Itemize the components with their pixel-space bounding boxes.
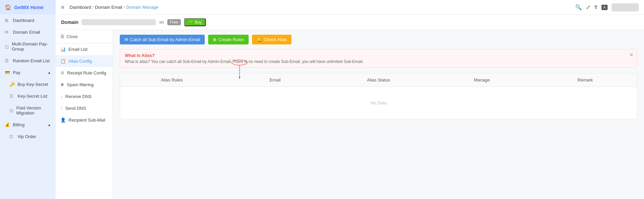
list-icon: ☰: [9, 94, 15, 99]
multi-domain-icon: ◫: [5, 44, 9, 49]
billing-icon: 💰: [5, 122, 10, 127]
sidebar-item-label: Random Email List: [13, 58, 50, 63]
receive-dns-icon: ↓: [60, 94, 63, 99]
sidebar-section-billing[interactable]: 💰 Billing ▲: [0, 119, 56, 131]
domain-value: [82, 19, 156, 25]
sidebar-section-label: Pay: [13, 70, 20, 75]
topbar-right: 🔍 ⤢ T A: [575, 3, 639, 11]
check-alias-icon: 🔔: [257, 37, 262, 42]
breadcrumb-sep1: /: [92, 5, 94, 10]
info-close-button[interactable]: ✕: [629, 52, 634, 58]
dashboard-icon: ⊞: [5, 18, 10, 23]
recipient-icon: 👤: [60, 118, 66, 123]
create-rules-icon: ⊕: [213, 37, 217, 42]
info-description: What is alias? You can catch all Sub-Ema…: [125, 59, 632, 64]
key-icon: 🔑: [9, 82, 15, 87]
menu-icon[interactable]: ≡: [61, 4, 64, 10]
sec-sidebar-item-label: Spam filtering: [67, 82, 93, 87]
sec-sidebar-receive-dns[interactable]: ↓ Receive DNS: [56, 91, 113, 102]
sidebar-item-multi-domain[interactable]: ◫ Multi-Domain Pay-Group: [0, 38, 56, 55]
sidebar-item-label: Vip Order: [18, 134, 36, 139]
domain-on: on: [159, 20, 164, 25]
sec-sidebar-alias-config[interactable]: 📋 Alias Config: [56, 55, 113, 67]
sec-sidebar-email-list[interactable]: 📊 Email List: [56, 43, 113, 55]
sidebar-item-label: Dashboard: [13, 18, 34, 23]
sidebar-item-buy-key[interactable]: 🔑 Buy Key-Secret: [0, 78, 56, 90]
sidebar-item-domain-email[interactable]: ✉ Domain Email: [0, 26, 56, 38]
breadcrumb-sep2: /: [124, 5, 125, 10]
catch-all-label: Catch all Sub-Email by Admin-Email: [130, 37, 200, 42]
breadcrumb-dashboard[interactable]: Dashboard: [69, 5, 91, 10]
sidebar-item-label: Paid Version Migration: [17, 105, 51, 115]
table-header: Alias Rules Email Alias Status Manage Re…: [120, 73, 637, 87]
sidebar-item-label: Key-Secret List: [18, 94, 47, 99]
home-icon: 🏠: [5, 4, 11, 10]
sidebar-item-key-list[interactable]: ☰ Key-Secret List: [0, 90, 56, 102]
action-buttons: ✉ Catch all Sub-Email by Admin-Email ⊕ C…: [120, 35, 637, 44]
check-alias-button[interactable]: 🔔 Check Alias: [252, 35, 291, 44]
sidebar-section-pay[interactable]: 💳 Pay ▲: [0, 67, 56, 78]
sec-sidebar-item-label: Send DNS: [65, 106, 86, 111]
sec-sidebar-item-label: Email List: [68, 47, 87, 52]
chevron-up-icon-billing: ▲: [48, 123, 51, 127]
sec-sidebar-spam[interactable]: ✖ Spam filtering: [56, 79, 113, 91]
catch-all-button[interactable]: ✉ Catch all Sub-Email by Admin-Email: [120, 35, 205, 44]
col-remark: Remark: [534, 73, 637, 87]
migration-icon: ⊡: [9, 108, 14, 113]
sec-sidebar-item-label: Receipt Rule Config: [67, 70, 106, 75]
vip-icon: ⊡: [9, 134, 15, 139]
sec-sidebar-receipt-rule[interactable]: ⚙ Receipt Rule Config: [56, 67, 113, 79]
send-dns-icon: ↑: [60, 106, 63, 111]
col-alias-rules: Alias Rules: [120, 73, 223, 87]
alias-table: Alias Rules Email Alias Status Manage Re…: [120, 73, 637, 119]
secondary-sidebar: ☰ Close 📊 Email List 📋 Alias Config ⚙ Re…: [56, 30, 113, 199]
check-alias-label: Check Alias: [264, 37, 287, 42]
main-area: ≡ Dashboard / Domain Email / Domain Mana…: [56, 0, 644, 199]
search-icon[interactable]: 🔍: [575, 4, 582, 10]
create-rules-button[interactable]: ⊕ Create Rules: [208, 35, 249, 44]
user-avatar: [612, 3, 639, 11]
sec-sidebar-item-label: Recipient Sub-Mail: [68, 118, 105, 123]
sidebar: 🏠 GetMX Home ⊞ Dashboard ✉ Domain Email …: [0, 0, 56, 199]
sidebar-item-label: Domain Email: [13, 30, 40, 35]
sidebar-item-label: Multi-Domain Pay-Group: [12, 41, 51, 52]
sidebar-item-vip-order[interactable]: ⊡ Vip Order: [0, 131, 56, 142]
buy-button[interactable]: 🌱 Buy: [184, 18, 206, 26]
buy-icon: 🌱: [188, 20, 193, 25]
domain-bar: Domain on Free 🌱 Buy: [56, 15, 644, 30]
accessibility-icon[interactable]: A: [601, 5, 608, 10]
sidebar-logo[interactable]: 🏠 GetMX Home: [0, 0, 56, 14]
font-icon[interactable]: T: [594, 4, 597, 10]
expand-icon[interactable]: ⤢: [586, 4, 590, 10]
alias-config-icon: 📋: [60, 59, 66, 64]
receipt-rule-icon: ⚙: [60, 70, 64, 75]
breadcrumb: Dashboard / Domain Email / Domain Manage: [69, 5, 158, 10]
sidebar-item-dashboard[interactable]: ⊞ Dashboard: [0, 14, 56, 26]
topbar: ≡ Dashboard / Domain Email / Domain Mana…: [56, 0, 644, 15]
sec-sidebar-item-label: Receive DNS: [65, 94, 92, 99]
sec-sidebar-recipient-sub-mail[interactable]: 👤 Recipient Sub-Mail: [56, 114, 113, 126]
buy-label: Buy: [195, 20, 202, 25]
email-icon: ✉: [5, 30, 10, 35]
breadcrumb-current[interactable]: Domain Manage: [126, 5, 158, 10]
domain-label: Domain: [61, 20, 78, 25]
sidebar-item-random-email[interactable]: ☰ Random Email List: [0, 55, 56, 67]
chevron-up-icon: ▲: [48, 71, 51, 74]
content-area: ☰ Close 📊 Email List 📋 Alias Config ⚙ Re…: [56, 30, 644, 199]
sidebar-item-label: Buy Key-Secret: [18, 82, 48, 87]
info-title: What is Alias?: [125, 53, 632, 58]
catch-all-icon: ✉: [124, 37, 128, 42]
col-email: Email: [223, 73, 327, 87]
breadcrumb-domain-email[interactable]: Domain Email: [95, 5, 122, 10]
create-rules-label: Create Rules: [218, 37, 244, 42]
col-manage: Manage: [430, 73, 533, 87]
sidebar-section-label: Billing: [13, 122, 25, 127]
sec-sidebar-send-dns[interactable]: ↑ Send DNS: [56, 102, 113, 114]
sec-sidebar-item-label: Alias Config: [68, 59, 92, 64]
info-box: What is Alias? What is alias? You can ca…: [120, 49, 637, 68]
sidebar-item-paid-migration[interactable]: ⊡ Paid Version Migration: [0, 102, 56, 119]
spam-icon: ✖: [60, 82, 64, 87]
close-button[interactable]: ☰ Close: [56, 30, 113, 43]
random-email-icon: ☰: [5, 58, 10, 63]
sidebar-logo-label: GetMX Home: [14, 5, 44, 10]
